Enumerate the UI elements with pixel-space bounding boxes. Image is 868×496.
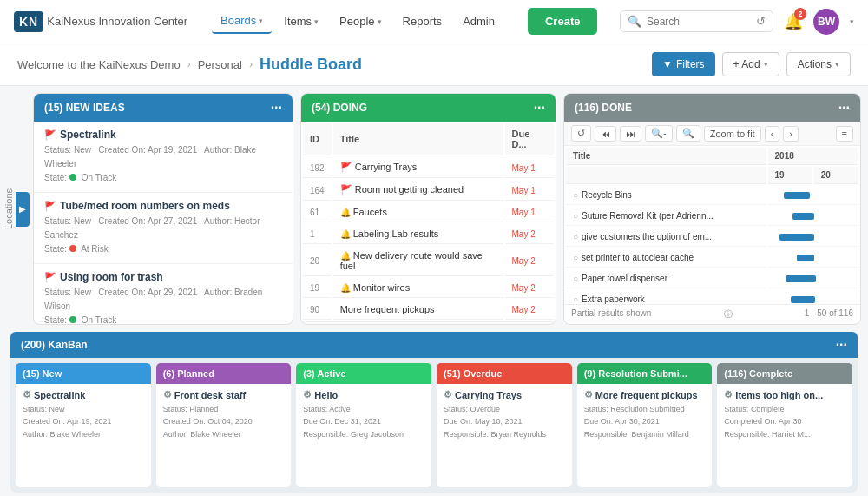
- new-ideas-column: (15) NEW IDEAS ··· 🚩 Spectralink Status:…: [33, 93, 293, 325]
- breadcrumb-actions: ▼ Filters + Add ▾ Actions ▾: [652, 52, 851, 76]
- nav-boards[interactable]: Boards ▾: [212, 9, 272, 34]
- gear-icon: ⚙: [444, 389, 452, 400]
- idea-card[interactable]: 🚩 Spectralink Status: New Created On: Ap…: [34, 122, 293, 193]
- gear-icon: ⚙: [23, 389, 31, 400]
- flag-icon: 🚩: [340, 184, 352, 195]
- radio-icon: ○: [573, 190, 578, 200]
- gear-icon: ⚙: [303, 389, 312, 400]
- flag-icon: 🚩: [44, 129, 56, 141]
- gantt-row[interactable]: ○Extra paperwork: [566, 290, 858, 304]
- doing-menu[interactable]: ···: [534, 101, 545, 115]
- chevron-down-icon: ▾: [259, 17, 263, 25]
- gantt-row[interactable]: ○set printer to autoclear cache: [566, 248, 858, 268]
- gantt-menu-button[interactable]: ≡: [836, 126, 853, 142]
- skip-forward-button[interactable]: ⏭: [620, 126, 641, 142]
- zoom-fit-button[interactable]: Zoom to fit: [704, 126, 761, 142]
- gantt-row[interactable]: ○Suture Removal Kit (per Adrienn...: [566, 207, 858, 226]
- chevron-down-icon: ▾: [314, 17, 319, 26]
- gantt-body: Title 2018 19 20 ○Recycle Bins: [564, 146, 860, 304]
- table-row[interactable]: 192 🚩 Carrying Trays May 1: [303, 157, 554, 178]
- kanban-col-resolution: (9) Resolution Submi... ⚙ More frequent …: [577, 363, 713, 487]
- table-row[interactable]: 20 🔔 New delivery route would save fuel …: [303, 246, 554, 276]
- flag-icon: 🚩: [340, 162, 352, 172]
- search-box[interactable]: 🔍 ↺: [620, 10, 773, 32]
- done-menu[interactable]: ···: [838, 101, 850, 115]
- filter-button[interactable]: ▼ Filters: [652, 52, 715, 76]
- prev-gantt-button[interactable]: ‹: [765, 126, 780, 142]
- done-column: (116) DONE ··· ↺ ⏮ ⏭ 🔍- 🔍 Zoom to fit ‹ …: [563, 93, 861, 325]
- zoom-in-button[interactable]: 🔍: [676, 125, 700, 142]
- kanban-col-header-complete: (116) Complete: [717, 363, 852, 384]
- nav-admin[interactable]: Admin: [454, 10, 503, 33]
- new-ideas-body: 🚩 Spectralink Status: New Created On: Ap…: [34, 122, 293, 324]
- gantt-bar: [786, 275, 816, 282]
- kanban-col-body-new[interactable]: ⚙ Spectralink Status: New Created On: Ap…: [16, 384, 151, 487]
- table-row[interactable]: 19 🔔 Monitor wires May 2: [303, 278, 554, 298]
- table-row[interactable]: 164 🚩 Room not getting cleaned May 1: [303, 180, 554, 201]
- history-icon: ↺: [756, 15, 766, 28]
- nav-reports[interactable]: Reports: [394, 10, 451, 33]
- avatar[interactable]: BW: [813, 9, 839, 35]
- breadcrumb-current: Huddle Board: [260, 56, 362, 74]
- date-col-20: 20: [814, 167, 858, 184]
- nav-people[interactable]: People ▾: [331, 10, 390, 33]
- flag-icon: 🚩: [44, 201, 56, 212]
- gear-icon: ⚙: [584, 389, 593, 400]
- gantt-row[interactable]: ○Paper towel dispenser: [566, 269, 858, 288]
- nav-items[interactable]: Items ▾: [275, 10, 327, 33]
- locations-label: Locations: [3, 188, 14, 229]
- col-header-due: Due D...: [505, 123, 554, 155]
- main-nav: Boards ▾ Items ▾ People ▾ Reports Admin: [212, 9, 503, 34]
- add-button[interactable]: + Add ▾: [722, 52, 779, 76]
- breadcrumb-home[interactable]: Welcome to the KaiNexus Demo: [17, 58, 181, 71]
- gantt-bar: [792, 213, 814, 220]
- gantt-bar: [784, 192, 810, 199]
- refresh-button[interactable]: ↺: [571, 125, 591, 142]
- doing-header: (54) DOING ···: [301, 94, 556, 122]
- gantt-bar: [797, 255, 814, 261]
- radio-icon: ○: [573, 294, 578, 304]
- table-row[interactable]: 90 More frequent pickups May 2: [303, 300, 554, 320]
- create-button[interactable]: Create: [528, 8, 597, 35]
- kanban-col-header-resolution: (9) Resolution Submi...: [577, 363, 713, 384]
- left-expand: ▶: [17, 93, 30, 325]
- status-dot: [69, 245, 76, 252]
- expand-arrow[interactable]: ▶: [16, 192, 30, 227]
- breadcrumb-personal[interactable]: Personal: [198, 58, 242, 71]
- kanban-col-body-complete[interactable]: ⚙ Items too high on... Status: Complete …: [717, 384, 852, 487]
- kanban-col-body-planned[interactable]: ⚙ Front desk staff Status: Planned Creat…: [156, 384, 292, 487]
- kanban-col-body-active[interactable]: ⚙ Hello Status: Active Due On: Dec 31, 2…: [296, 384, 431, 487]
- kanban-title: (200) KanBan: [21, 339, 88, 351]
- breadcrumb-separator: ›: [249, 58, 253, 70]
- bell-icon: 🔔: [340, 283, 351, 293]
- doing-table: ID Title Due D... 192 🚩 Carrying Trays M…: [301, 122, 556, 321]
- new-ideas-menu[interactable]: ···: [271, 101, 282, 115]
- flag-icon: 🚩: [44, 272, 56, 283]
- date-col-19: 19: [768, 167, 812, 184]
- skip-back-button[interactable]: ⏮: [595, 126, 616, 142]
- kanban-menu[interactable]: ···: [836, 338, 847, 352]
- header-right: 🔍 ↺ 🔔 2 BW ▾: [620, 9, 854, 35]
- kanban-col-active: (3) Active ⚙ Hello Status: Active Due On…: [296, 363, 431, 487]
- table-row[interactable]: 1 🔔 Labeling Lab results May 2: [303, 224, 554, 244]
- idea-card[interactable]: 🚩 Using room for trash Status: New Creat…: [34, 264, 293, 324]
- logo: KN KaiNexus Innovation Center: [14, 11, 187, 32]
- col-title: Title: [566, 148, 766, 165]
- gantt-row[interactable]: ○Recycle Bins: [566, 186, 858, 205]
- idea-card[interactable]: 🚩 Tube/med room numbers on meds Status: …: [34, 193, 293, 264]
- gantt-bar: [779, 234, 814, 241]
- search-input[interactable]: [647, 16, 751, 28]
- gantt-row[interactable]: ○give customers the option of em...: [566, 228, 858, 247]
- next-gantt-button[interactable]: ›: [783, 126, 799, 142]
- notification-bell[interactable]: 🔔 2: [784, 12, 803, 31]
- doing-title: (54) DOING: [312, 102, 367, 114]
- kanban-col-body-resolution[interactable]: ⚙ More frequent pickups Status: Resoluti…: [577, 384, 713, 487]
- chevron-down-icon: ▾: [764, 60, 768, 69]
- status-dot: [69, 316, 76, 323]
- table-row[interactable]: 61 🔔 Faucets May 1: [303, 202, 554, 222]
- kanban-col-body-overdue[interactable]: ⚙ Carrying Trays Status: Overdue Due On:…: [437, 384, 572, 487]
- zoom-out-button[interactable]: 🔍-: [645, 125, 673, 142]
- kanban-col-header-planned: (6) Planned: [156, 363, 292, 384]
- kanban-columns: (15) New ⚙ Spectralink Status: New Creat…: [10, 358, 858, 493]
- actions-button[interactable]: Actions ▾: [786, 52, 851, 76]
